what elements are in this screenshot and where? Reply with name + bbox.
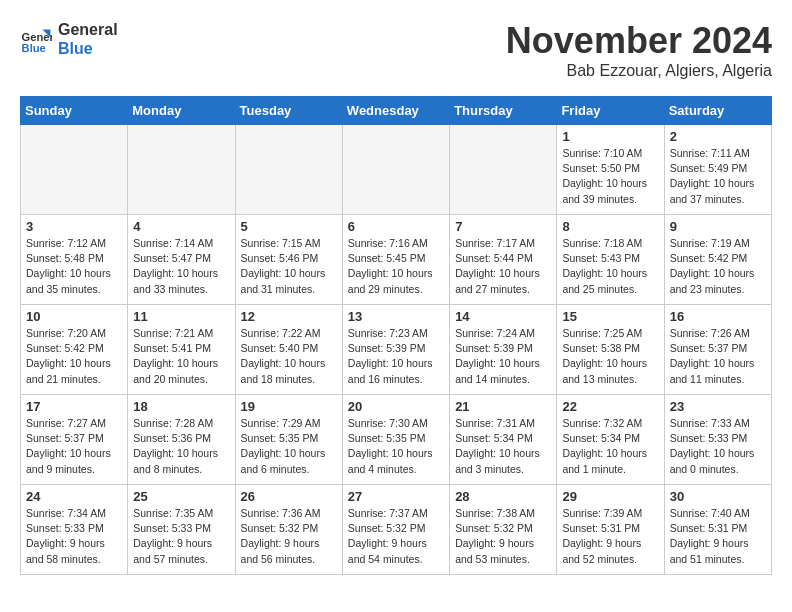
logo: General Blue General Blue: [20, 20, 118, 58]
col-header-sunday: Sunday: [21, 97, 128, 125]
day-cell: [450, 125, 557, 215]
day-cell: 24 Sunrise: 7:34 AM Sunset: 5:33 PM Dayl…: [21, 485, 128, 575]
day-info: Sunrise: 7:10 AM Sunset: 5:50 PM Dayligh…: [562, 146, 658, 207]
day-number: 3: [26, 219, 122, 234]
month-title: November 2024: [506, 20, 772, 62]
day-info: Sunrise: 7:21 AM Sunset: 5:41 PM Dayligh…: [133, 326, 229, 387]
day-number: 23: [670, 399, 766, 414]
day-info: Sunrise: 7:20 AM Sunset: 5:42 PM Dayligh…: [26, 326, 122, 387]
day-number: 9: [670, 219, 766, 234]
day-info: Sunrise: 7:14 AM Sunset: 5:47 PM Dayligh…: [133, 236, 229, 297]
day-number: 7: [455, 219, 551, 234]
day-info: Sunrise: 7:29 AM Sunset: 5:35 PM Dayligh…: [241, 416, 337, 477]
day-info: Sunrise: 7:26 AM Sunset: 5:37 PM Dayligh…: [670, 326, 766, 387]
day-number: 4: [133, 219, 229, 234]
day-info: Sunrise: 7:16 AM Sunset: 5:45 PM Dayligh…: [348, 236, 444, 297]
week-row-3: 10 Sunrise: 7:20 AM Sunset: 5:42 PM Dayl…: [21, 305, 772, 395]
logo-icon: General Blue: [20, 23, 52, 55]
day-cell: [235, 125, 342, 215]
day-info: Sunrise: 7:24 AM Sunset: 5:39 PM Dayligh…: [455, 326, 551, 387]
week-row-5: 24 Sunrise: 7:34 AM Sunset: 5:33 PM Dayl…: [21, 485, 772, 575]
day-number: 15: [562, 309, 658, 324]
week-row-4: 17 Sunrise: 7:27 AM Sunset: 5:37 PM Dayl…: [21, 395, 772, 485]
day-info: Sunrise: 7:32 AM Sunset: 5:34 PM Dayligh…: [562, 416, 658, 477]
col-header-tuesday: Tuesday: [235, 97, 342, 125]
day-cell: 20 Sunrise: 7:30 AM Sunset: 5:35 PM Dayl…: [342, 395, 449, 485]
logo-line1: General: [58, 20, 118, 39]
day-info: Sunrise: 7:27 AM Sunset: 5:37 PM Dayligh…: [26, 416, 122, 477]
day-info: Sunrise: 7:23 AM Sunset: 5:39 PM Dayligh…: [348, 326, 444, 387]
day-cell: 29 Sunrise: 7:39 AM Sunset: 5:31 PM Dayl…: [557, 485, 664, 575]
day-info: Sunrise: 7:33 AM Sunset: 5:33 PM Dayligh…: [670, 416, 766, 477]
day-cell: 27 Sunrise: 7:37 AM Sunset: 5:32 PM Dayl…: [342, 485, 449, 575]
day-number: 29: [562, 489, 658, 504]
day-number: 21: [455, 399, 551, 414]
day-info: Sunrise: 7:40 AM Sunset: 5:31 PM Dayligh…: [670, 506, 766, 567]
day-cell: 7 Sunrise: 7:17 AM Sunset: 5:44 PM Dayli…: [450, 215, 557, 305]
day-cell: 16 Sunrise: 7:26 AM Sunset: 5:37 PM Dayl…: [664, 305, 771, 395]
day-number: 14: [455, 309, 551, 324]
day-number: 13: [348, 309, 444, 324]
day-info: Sunrise: 7:28 AM Sunset: 5:36 PM Dayligh…: [133, 416, 229, 477]
day-cell: 21 Sunrise: 7:31 AM Sunset: 5:34 PM Dayl…: [450, 395, 557, 485]
col-header-wednesday: Wednesday: [342, 97, 449, 125]
day-number: 11: [133, 309, 229, 324]
day-info: Sunrise: 7:39 AM Sunset: 5:31 PM Dayligh…: [562, 506, 658, 567]
day-cell: 13 Sunrise: 7:23 AM Sunset: 5:39 PM Dayl…: [342, 305, 449, 395]
day-cell: 11 Sunrise: 7:21 AM Sunset: 5:41 PM Dayl…: [128, 305, 235, 395]
day-number: 28: [455, 489, 551, 504]
day-info: Sunrise: 7:18 AM Sunset: 5:43 PM Dayligh…: [562, 236, 658, 297]
day-cell: 30 Sunrise: 7:40 AM Sunset: 5:31 PM Dayl…: [664, 485, 771, 575]
day-cell: 23 Sunrise: 7:33 AM Sunset: 5:33 PM Dayl…: [664, 395, 771, 485]
location: Bab Ezzouar, Algiers, Algeria: [506, 62, 772, 80]
day-number: 5: [241, 219, 337, 234]
day-number: 19: [241, 399, 337, 414]
day-cell: 26 Sunrise: 7:36 AM Sunset: 5:32 PM Dayl…: [235, 485, 342, 575]
day-number: 22: [562, 399, 658, 414]
day-cell: 2 Sunrise: 7:11 AM Sunset: 5:49 PM Dayli…: [664, 125, 771, 215]
day-info: Sunrise: 7:17 AM Sunset: 5:44 PM Dayligh…: [455, 236, 551, 297]
col-header-friday: Friday: [557, 97, 664, 125]
day-cell: 6 Sunrise: 7:16 AM Sunset: 5:45 PM Dayli…: [342, 215, 449, 305]
header-row: SundayMondayTuesdayWednesdayThursdayFrid…: [21, 97, 772, 125]
title-section: November 2024 Bab Ezzouar, Algiers, Alge…: [506, 20, 772, 80]
day-info: Sunrise: 7:15 AM Sunset: 5:46 PM Dayligh…: [241, 236, 337, 297]
day-cell: [342, 125, 449, 215]
day-number: 20: [348, 399, 444, 414]
svg-text:Blue: Blue: [22, 42, 46, 54]
day-cell: 5 Sunrise: 7:15 AM Sunset: 5:46 PM Dayli…: [235, 215, 342, 305]
day-cell: 4 Sunrise: 7:14 AM Sunset: 5:47 PM Dayli…: [128, 215, 235, 305]
week-row-2: 3 Sunrise: 7:12 AM Sunset: 5:48 PM Dayli…: [21, 215, 772, 305]
day-number: 8: [562, 219, 658, 234]
day-info: Sunrise: 7:35 AM Sunset: 5:33 PM Dayligh…: [133, 506, 229, 567]
day-info: Sunrise: 7:38 AM Sunset: 5:32 PM Dayligh…: [455, 506, 551, 567]
logo-line2: Blue: [58, 39, 118, 58]
day-cell: 15 Sunrise: 7:25 AM Sunset: 5:38 PM Dayl…: [557, 305, 664, 395]
page-header: General Blue General Blue November 2024 …: [20, 20, 772, 80]
day-cell: 25 Sunrise: 7:35 AM Sunset: 5:33 PM Dayl…: [128, 485, 235, 575]
day-cell: 1 Sunrise: 7:10 AM Sunset: 5:50 PM Dayli…: [557, 125, 664, 215]
day-info: Sunrise: 7:37 AM Sunset: 5:32 PM Dayligh…: [348, 506, 444, 567]
day-cell: 3 Sunrise: 7:12 AM Sunset: 5:48 PM Dayli…: [21, 215, 128, 305]
day-info: Sunrise: 7:19 AM Sunset: 5:42 PM Dayligh…: [670, 236, 766, 297]
day-info: Sunrise: 7:30 AM Sunset: 5:35 PM Dayligh…: [348, 416, 444, 477]
day-number: 12: [241, 309, 337, 324]
day-cell: 14 Sunrise: 7:24 AM Sunset: 5:39 PM Dayl…: [450, 305, 557, 395]
day-cell: 9 Sunrise: 7:19 AM Sunset: 5:42 PM Dayli…: [664, 215, 771, 305]
day-number: 17: [26, 399, 122, 414]
day-number: 6: [348, 219, 444, 234]
day-number: 25: [133, 489, 229, 504]
calendar-table: SundayMondayTuesdayWednesdayThursdayFrid…: [20, 96, 772, 575]
week-row-1: 1 Sunrise: 7:10 AM Sunset: 5:50 PM Dayli…: [21, 125, 772, 215]
day-cell: 19 Sunrise: 7:29 AM Sunset: 5:35 PM Dayl…: [235, 395, 342, 485]
day-info: Sunrise: 7:34 AM Sunset: 5:33 PM Dayligh…: [26, 506, 122, 567]
day-info: Sunrise: 7:25 AM Sunset: 5:38 PM Dayligh…: [562, 326, 658, 387]
col-header-monday: Monday: [128, 97, 235, 125]
day-cell: [21, 125, 128, 215]
col-header-thursday: Thursday: [450, 97, 557, 125]
day-cell: 10 Sunrise: 7:20 AM Sunset: 5:42 PM Dayl…: [21, 305, 128, 395]
day-cell: 18 Sunrise: 7:28 AM Sunset: 5:36 PM Dayl…: [128, 395, 235, 485]
day-number: 27: [348, 489, 444, 504]
day-info: Sunrise: 7:22 AM Sunset: 5:40 PM Dayligh…: [241, 326, 337, 387]
day-number: 18: [133, 399, 229, 414]
